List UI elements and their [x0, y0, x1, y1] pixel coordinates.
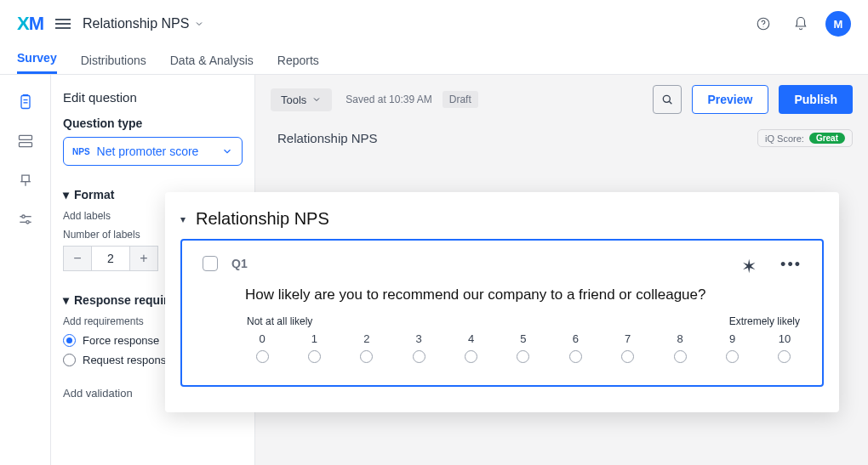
nav-rail	[0, 75, 51, 465]
nps-scale: Not at all likely Extremely likely 0 1 2…	[245, 315, 802, 366]
panel-title: Edit question	[63, 90, 243, 105]
block-title: Relationship NPS	[196, 209, 329, 229]
question-block-overlay: ▾ Relationship NPS Q1 ✶ ••• How likely a…	[165, 192, 839, 412]
draft-chip: Draft	[443, 91, 478, 108]
tools-menu[interactable]: Tools	[271, 88, 332, 111]
chevron-down-icon	[221, 145, 233, 157]
iq-score-badge[interactable]: iQ Score: Great	[757, 129, 853, 147]
nps-option-7[interactable]	[611, 350, 645, 366]
nps-tag: NPS	[72, 147, 90, 156]
chevron-down-icon	[311, 94, 322, 105]
question-type-select[interactable]: NPS Net promoter score	[63, 137, 243, 166]
project-name: Relationship NPS	[83, 16, 189, 31]
svg-point-9	[21, 215, 24, 218]
nps-option-8[interactable]	[663, 350, 697, 366]
question-card[interactable]: Q1 ✶ ••• How likely are you to recommend…	[180, 239, 824, 387]
rail-options-icon[interactable]	[14, 207, 37, 231]
question-more-icon[interactable]: •••	[780, 256, 802, 274]
anchor-high: Extremely likely	[729, 315, 800, 327]
svg-rect-5	[19, 135, 31, 139]
stepper-minus[interactable]: −	[63, 246, 92, 271]
svg-point-11	[26, 221, 28, 224]
scale-numbers: 0 1 2 3 4 5 6 7 8 9 10	[245, 332, 802, 345]
chevron-down-icon	[194, 19, 204, 29]
tab-reports[interactable]: Reports	[277, 54, 319, 74]
avatar[interactable]: M	[825, 11, 851, 37]
svg-point-1	[763, 26, 764, 27]
scale-options	[245, 350, 802, 366]
help-button[interactable]	[751, 11, 776, 37]
stepper-plus[interactable]: +	[129, 246, 158, 271]
svg-point-12	[663, 95, 670, 102]
survey-title: Relationship NPS	[277, 131, 378, 145]
caret-down-icon: ▾	[63, 293, 69, 307]
nps-option-4[interactable]	[454, 350, 488, 366]
radio-icon	[63, 354, 76, 366]
rail-look-feel-icon[interactable]	[14, 168, 37, 192]
question-number: Q1	[231, 257, 248, 270]
tab-distributions[interactable]: Distributions	[81, 54, 146, 74]
question-type-value: Net promoter score	[97, 145, 199, 158]
rail-builder-icon[interactable]	[14, 90, 37, 114]
project-switcher[interactable]: Relationship NPS	[83, 16, 204, 31]
add-validation-label: Add validation	[63, 387, 133, 400]
caret-down-icon: ▾	[63, 188, 69, 201]
anchor-low: Not at all likely	[247, 315, 312, 327]
tab-data-analysis[interactable]: Data & Analysis	[170, 54, 254, 74]
menu-icon[interactable]	[55, 19, 71, 29]
search-survey-button[interactable]	[653, 85, 682, 114]
stepper-value: 2	[92, 246, 129, 271]
svg-line-13	[669, 101, 671, 104]
notifications-button[interactable]	[788, 11, 814, 37]
question-text[interactable]: How likely are you to recommend our comp…	[245, 286, 802, 303]
preview-button[interactable]: Preview	[692, 85, 769, 114]
nps-option-6[interactable]	[558, 350, 592, 366]
question-type-label: Question type	[63, 116, 243, 130]
tab-survey[interactable]: Survey	[17, 51, 57, 74]
main-tabs: Survey Distributions Data & Analysis Rep…	[0, 48, 868, 75]
nps-option-2[interactable]	[350, 350, 384, 366]
svg-rect-2	[21, 96, 30, 109]
nps-option-3[interactable]	[402, 350, 436, 366]
nps-option-1[interactable]	[297, 350, 331, 366]
publish-button[interactable]: Publish	[779, 85, 853, 114]
nps-option-0[interactable]	[245, 350, 279, 366]
rail-flow-icon[interactable]	[14, 129, 37, 153]
expertreview-icon[interactable]: ✶	[741, 256, 757, 278]
nps-option-5[interactable]	[506, 350, 540, 366]
select-question-checkbox[interactable]	[203, 256, 218, 271]
logo: XM	[17, 13, 43, 35]
nps-option-9[interactable]	[716, 350, 750, 366]
svg-rect-6	[19, 143, 31, 147]
radio-checked-icon	[63, 334, 76, 347]
saved-status: Saved at 10:39 AM	[345, 94, 431, 105]
nps-option-10[interactable]	[768, 350, 802, 366]
collapse-block-icon[interactable]: ▾	[180, 213, 186, 225]
